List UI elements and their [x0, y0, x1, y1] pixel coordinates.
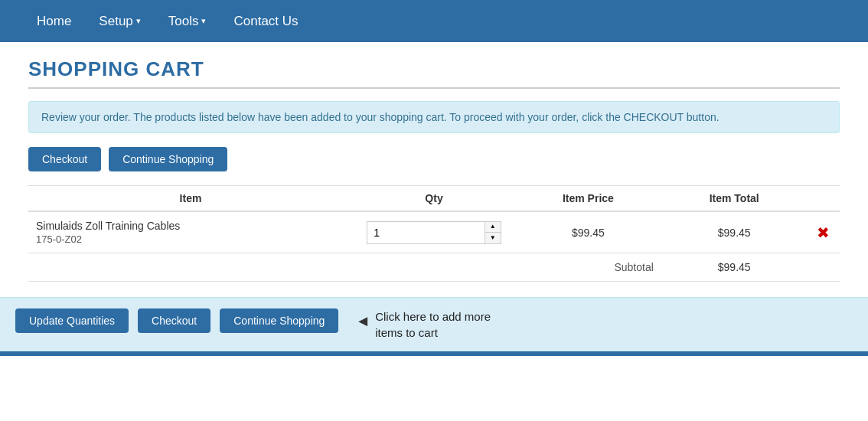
qty-input[interactable]	[367, 221, 485, 244]
footer-line	[0, 351, 868, 356]
item-delete-cell: ✖	[808, 211, 840, 253]
cart-annotation: ◄ Click here to add more items to cart	[355, 308, 491, 341]
nav-tools-label: Tools	[168, 14, 199, 29]
page-title: SHOPPING CART	[28, 57, 840, 89]
item-price: $99.45	[515, 211, 661, 253]
header-item: Item	[28, 186, 353, 212]
bottom-section: Update Quantities Checkout Continue Shop…	[0, 297, 868, 351]
header-qty: Qty	[353, 186, 515, 212]
annotation-text: Click here to add more items to cart	[375, 308, 491, 341]
nav-home[interactable]: Home	[23, 0, 85, 42]
item-info: Simulaids Zoll Training Cables 175-0-Z02	[28, 211, 353, 253]
nav-setup[interactable]: Setup ▾	[85, 0, 154, 42]
nav-setup-label: Setup	[99, 14, 132, 29]
delete-item-button[interactable]: ✖	[817, 225, 830, 240]
nav-tools[interactable]: Tools ▾	[155, 0, 220, 42]
item-qty-cell: ▲ ▼	[353, 211, 515, 253]
cart-table: Item Qty Item Price Item Total Simulaids…	[28, 185, 840, 282]
table-row: Simulaids Zoll Training Cables 175-0-Z02…	[28, 211, 840, 253]
update-quantities-button[interactable]: Update Quantities	[15, 308, 129, 333]
annotation-arrow: ◄	[355, 310, 370, 331]
nav-tools-caret: ▾	[201, 16, 206, 26]
header-item-price: Item Price	[515, 186, 661, 212]
qty-up-button[interactable]: ▲	[485, 222, 501, 233]
main-content: SHOPPING CART Review your order. The pro…	[13, 42, 855, 297]
main-nav: Home Setup ▾ Tools ▾ Contact Us	[0, 0, 868, 42]
top-continue-shopping-button[interactable]: Continue Shopping	[109, 147, 227, 171]
nav-setup-caret: ▾	[136, 16, 141, 26]
subtotal-label: Subtotal	[515, 253, 661, 282]
subtotal-row: Subtotal $99.45	[28, 253, 840, 282]
top-button-row: Checkout Continue Shopping	[28, 147, 840, 171]
header-item-total: Item Total	[661, 186, 808, 212]
header-delete	[808, 186, 840, 212]
qty-down-button[interactable]: ▼	[485, 233, 501, 243]
info-message: Review your order. The products listed b…	[28, 101, 840, 133]
bottom-continue-shopping-button[interactable]: Continue Shopping	[220, 308, 338, 333]
top-checkout-button[interactable]: Checkout	[28, 147, 101, 171]
subtotal-value: $99.45	[661, 253, 808, 282]
item-sku: 175-0-Z02	[36, 233, 345, 245]
item-total: $99.45	[661, 211, 808, 253]
qty-spinners: ▲ ▼	[485, 221, 501, 244]
bottom-checkout-button[interactable]: Checkout	[138, 308, 210, 333]
qty-wrapper: ▲ ▼	[361, 221, 507, 244]
item-name: Simulaids Zoll Training Cables	[36, 220, 345, 232]
nav-contact[interactable]: Contact Us	[220, 0, 312, 42]
